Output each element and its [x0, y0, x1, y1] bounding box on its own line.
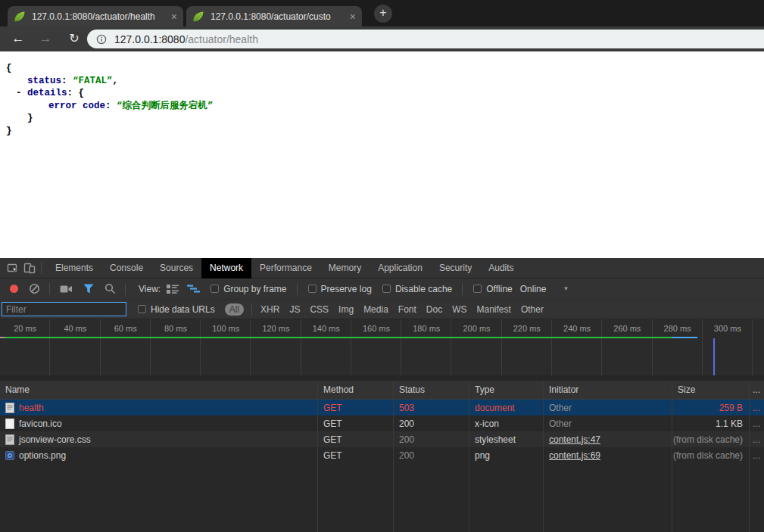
tab-close-icon[interactable]: ×	[350, 11, 356, 23]
inspect-element-icon[interactable]	[7, 262, 19, 274]
devtools-tab-security[interactable]: Security	[431, 258, 480, 278]
network-toolbar: View: Group by frame Preserve log Disabl…	[0, 278, 764, 300]
devtools-tab-console[interactable]: Console	[101, 258, 151, 278]
filter-type-img[interactable]: Img	[338, 304, 354, 315]
json-close-brace: }	[6, 126, 12, 136]
show-overview-icon[interactable]	[187, 284, 200, 294]
timeline-tick: 260 ms	[602, 319, 652, 338]
json-open-brace: {	[6, 63, 12, 73]
back-button[interactable]: ←	[9, 30, 27, 48]
json-key-status: status	[27, 76, 61, 86]
request-waterfall: ...	[750, 431, 764, 447]
document-icon	[5, 403, 14, 413]
filter-type-css[interactable]: CSS	[310, 304, 329, 315]
group-by-frame-checkbox[interactable]: Group by frame	[210, 284, 286, 294]
filter-type-all[interactable]: All	[225, 303, 244, 316]
column-header-method[interactable]: Method	[318, 381, 394, 399]
load-event-marker	[713, 338, 715, 375]
search-icon[interactable]	[104, 283, 116, 294]
request-status: 503	[394, 400, 469, 415]
new-tab-button[interactable]: +	[374, 5, 392, 23]
filter-type-font[interactable]: Font	[398, 304, 416, 315]
offline-checkbox[interactable]: Offline	[473, 284, 512, 294]
column-header-name[interactable]: Name	[0, 381, 318, 399]
initiator-link[interactable]: content.js:69	[549, 450, 600, 461]
info-icon[interactable]	[96, 34, 107, 45]
request-method: GET	[318, 415, 394, 431]
column-header-initiator[interactable]: Initiator	[544, 381, 672, 399]
reload-button[interactable]: ↻	[65, 30, 83, 48]
table-row-options-png[interactable]: options.png GET 200 png content.js:69 (f…	[0, 447, 764, 463]
request-initiator: Other	[544, 400, 672, 415]
devtools-tab-performance[interactable]: Performance	[251, 258, 320, 278]
view-label: View:	[139, 284, 161, 294]
devtools-tab-audits[interactable]: Audits	[480, 258, 522, 278]
timeline-tick: 160 ms	[351, 319, 401, 338]
table-row-health[interactable]: health GET 503 document Other 259 B ...	[0, 400, 764, 415]
devtools-tab-sources[interactable]: Sources	[151, 258, 201, 278]
disable-cache-checkbox[interactable]: Disable cache	[382, 284, 452, 294]
filter-input[interactable]	[2, 302, 126, 316]
request-name: health	[19, 403, 44, 413]
large-request-rows-icon[interactable]	[167, 284, 179, 294]
request-type: document	[469, 400, 544, 415]
timeline-tick: 180 ms	[401, 319, 451, 338]
initiator-link[interactable]: content.js:47	[549, 434, 600, 445]
overview-load-bar	[0, 337, 764, 338]
address-bar[interactable]: 127.0.0.1:8080/actuator/health	[87, 30, 764, 48]
forward-button[interactable]: →	[36, 30, 55, 48]
request-waterfall: ...	[750, 447, 764, 463]
request-name: options.png	[19, 450, 66, 461]
browser-tab-custom[interactable]: 127.0.0.1:8080/actuator/custo ×	[186, 6, 362, 26]
devtools-tab-elements[interactable]: Elements	[47, 258, 101, 278]
table-row-jsonview-core-css[interactable]: jsonview-core.css GET 200 stylesheet con…	[0, 431, 764, 447]
request-waterfall: ...	[750, 400, 764, 415]
filter-type-doc[interactable]: Doc	[426, 304, 442, 315]
spring-leaf-icon	[14, 11, 26, 23]
filter-funnel-icon[interactable]	[83, 284, 94, 294]
page-icon	[5, 418, 14, 429]
chevron-down-icon[interactable]: ▼	[563, 285, 569, 292]
filter-type-manifest[interactable]: Manifest	[477, 304, 511, 315]
network-table-header: Name Method Status Type Initiator Size .…	[0, 381, 764, 400]
load-bar-green-segment	[5, 337, 672, 338]
throttling-select[interactable]: Online	[520, 284, 547, 294]
request-name: favicon.ico	[19, 418, 62, 429]
request-status: 200	[394, 447, 469, 463]
devtools-tab-application[interactable]: Application	[370, 258, 431, 278]
browser-tab-health[interactable]: 127.0.0.1:8080/actuator/health ×	[8, 6, 183, 26]
record-button[interactable]	[10, 285, 18, 293]
network-overview[interactable]: 20 ms 40 ms 60 ms 80 ms 100 ms 120 ms 14…	[0, 319, 764, 375]
column-header-size[interactable]: Size	[672, 381, 750, 399]
json-viewer: { status: “FATAL”, -details: { error cod…	[0, 51, 764, 137]
table-empty-area	[0, 463, 764, 532]
request-method: GET	[318, 447, 394, 463]
json-collapser[interactable]: -	[16, 87, 22, 100]
clear-icon[interactable]	[29, 283, 40, 294]
tab-close-icon[interactable]: ×	[171, 11, 177, 23]
spring-leaf-icon	[192, 11, 204, 23]
filter-type-xhr[interactable]: XHR	[260, 304, 279, 315]
request-initiator: Other	[544, 415, 672, 431]
column-header-status[interactable]: Status	[394, 381, 469, 399]
filter-type-js[interactable]: JS	[289, 304, 300, 315]
column-header-waterfall[interactable]: ...	[750, 381, 764, 399]
load-bar-blue-segment	[672, 337, 697, 338]
devtools-tab-network[interactable]: Network	[201, 258, 251, 278]
column-header-type[interactable]: Type	[469, 381, 544, 399]
timeline-tick: 60 ms	[101, 319, 151, 338]
preserve-log-checkbox[interactable]: Preserve log	[308, 284, 372, 294]
devtools-tab-memory[interactable]: Memory	[320, 258, 370, 278]
device-toolbar-icon[interactable]	[23, 262, 36, 274]
timeline-tick: 120 ms	[251, 319, 301, 338]
table-row-favicon[interactable]: favicon.ico GET 200 x-icon Other 1.1 KB …	[0, 415, 764, 431]
devtools-panel: Elements Console Sources Network Perform…	[0, 258, 764, 532]
capture-screenshots-icon[interactable]	[60, 285, 73, 294]
hide-data-urls-checkbox[interactable]: Hide data URLs	[138, 304, 215, 315]
filter-type-other[interactable]: Other	[521, 304, 544, 315]
request-size: 259 B	[672, 400, 750, 415]
filter-type-ws[interactable]: WS	[452, 304, 466, 315]
filter-type-media[interactable]: Media	[363, 304, 388, 315]
timeline-tick: 80 ms	[151, 319, 201, 338]
json-key-error-code: error code	[48, 101, 105, 111]
